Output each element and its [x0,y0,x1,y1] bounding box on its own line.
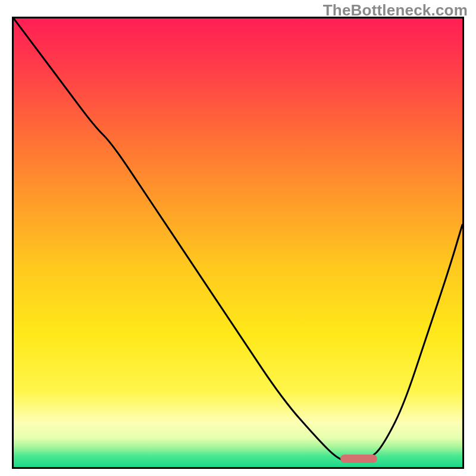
min-indicator [340,455,378,463]
plot-frame [12,17,464,469]
chart-root: TheBottleneck.com [0,0,476,476]
plot-area [14,18,462,467]
curve-line [14,18,462,467]
